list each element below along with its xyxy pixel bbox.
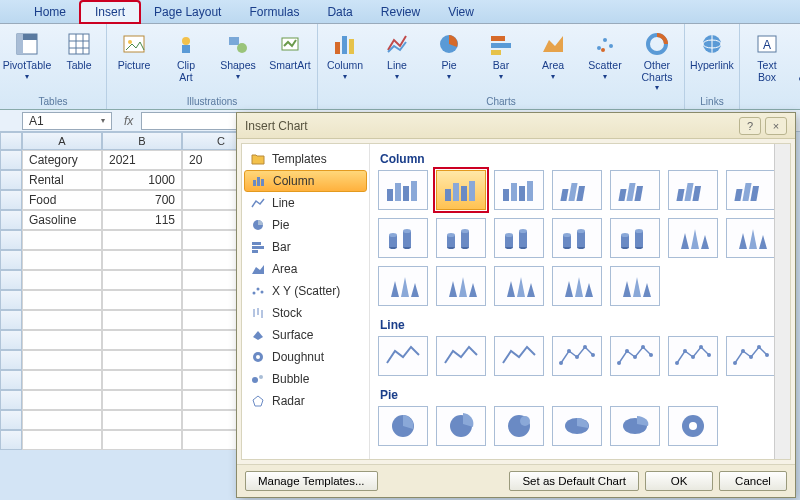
chart-subtype-thumb[interactable] xyxy=(494,170,544,210)
cell[interactable] xyxy=(22,310,102,330)
cell[interactable]: 700 xyxy=(102,190,182,210)
row-header[interactable] xyxy=(0,310,22,330)
cell[interactable] xyxy=(102,410,182,430)
chart-type-area[interactable]: Area xyxy=(242,258,369,280)
chart-type-surface[interactable]: Surface xyxy=(242,324,369,346)
pivottable-button[interactable]: PivotTable▾ xyxy=(4,26,50,81)
row-header[interactable] xyxy=(0,270,22,290)
cell[interactable] xyxy=(22,250,102,270)
cell[interactable]: 2021 xyxy=(102,150,182,170)
tab-review[interactable]: Review xyxy=(367,2,434,23)
tab-data[interactable]: Data xyxy=(313,2,366,23)
col-header-b[interactable]: B xyxy=(102,132,182,150)
cell[interactable] xyxy=(102,390,182,410)
tab-view[interactable]: View xyxy=(434,2,488,23)
select-all-corner[interactable] xyxy=(0,132,22,150)
row-header[interactable] xyxy=(0,170,22,190)
row-header[interactable] xyxy=(0,390,22,410)
cell[interactable] xyxy=(102,290,182,310)
cell[interactable] xyxy=(22,370,102,390)
cell[interactable] xyxy=(22,330,102,350)
dialog-titlebar[interactable]: Insert Chart ? × xyxy=(237,113,795,139)
help-button[interactable]: ? xyxy=(739,117,761,135)
cell[interactable] xyxy=(22,270,102,290)
gallery-scrollbar[interactable] xyxy=(774,144,790,459)
chart-subtype-thumb[interactable] xyxy=(436,336,486,376)
cell[interactable] xyxy=(102,270,182,290)
cell[interactable]: Food xyxy=(22,190,102,210)
row-header[interactable] xyxy=(0,190,22,210)
cell[interactable] xyxy=(22,230,102,250)
textbox-button[interactable]: AText Box xyxy=(744,26,790,83)
chart-type-templates[interactable]: Templates xyxy=(242,148,369,170)
cell[interactable] xyxy=(102,250,182,270)
name-box[interactable]: A1▾ xyxy=(22,112,112,130)
cell[interactable] xyxy=(102,330,182,350)
cell[interactable]: 1000 xyxy=(102,170,182,190)
cell[interactable]: Gasoline xyxy=(22,210,102,230)
row-header[interactable] xyxy=(0,210,22,230)
chart-subtype-thumb[interactable] xyxy=(668,336,718,376)
chart-subtype-thumb[interactable] xyxy=(436,406,486,446)
headerfooter-button[interactable]: Header & Footer xyxy=(796,26,800,83)
tab-formulas[interactable]: Formulas xyxy=(235,2,313,23)
chart-subtype-thumb[interactable] xyxy=(610,218,660,258)
row-header[interactable] xyxy=(0,290,22,310)
line-chart-button[interactable]: Line▾ xyxy=(374,26,420,81)
chart-type-bubble[interactable]: Bubble xyxy=(242,368,369,390)
cell[interactable] xyxy=(22,390,102,410)
chart-subtype-thumb[interactable] xyxy=(494,266,544,306)
cell[interactable]: 115 xyxy=(102,210,182,230)
row-header[interactable] xyxy=(0,330,22,350)
chart-subtype-thumb[interactable] xyxy=(494,406,544,446)
cell[interactable] xyxy=(22,410,102,430)
row-header[interactable] xyxy=(0,250,22,270)
picture-button[interactable]: Picture xyxy=(111,26,157,72)
chart-subtype-thumb[interactable] xyxy=(378,170,428,210)
chart-type-bar[interactable]: Bar xyxy=(242,236,369,258)
tab-home[interactable]: Home xyxy=(20,2,80,23)
chart-type-doughnut[interactable]: Doughnut xyxy=(242,346,369,368)
cell[interactable] xyxy=(102,430,182,450)
area-chart-button[interactable]: Area▾ xyxy=(530,26,576,81)
chart-subtype-thumb[interactable] xyxy=(610,336,660,376)
shapes-button[interactable]: Shapes▾ xyxy=(215,26,261,81)
chart-type-x-y-scatter-[interactable]: X Y (Scatter) xyxy=(242,280,369,302)
cell[interactable] xyxy=(102,230,182,250)
manage-templates-button[interactable]: Manage Templates... xyxy=(245,471,378,491)
chart-subtype-thumb[interactable] xyxy=(552,218,602,258)
pie-chart-button[interactable]: Pie▾ xyxy=(426,26,472,81)
set-default-chart-button[interactable]: Set as Default Chart xyxy=(509,471,639,491)
chart-subtype-thumb[interactable] xyxy=(610,170,660,210)
chart-subtype-thumb[interactable] xyxy=(378,266,428,306)
chart-subtype-thumb[interactable] xyxy=(494,336,544,376)
bar-chart-button[interactable]: Bar▾ xyxy=(478,26,524,81)
cell[interactable] xyxy=(102,370,182,390)
chart-subtype-thumb[interactable] xyxy=(552,170,602,210)
cell[interactable] xyxy=(102,350,182,370)
cancel-button[interactable]: Cancel xyxy=(719,471,787,491)
smartart-button[interactable]: SmartArt xyxy=(267,26,313,72)
row-header[interactable] xyxy=(0,430,22,450)
cell[interactable] xyxy=(22,350,102,370)
cell[interactable] xyxy=(102,310,182,330)
row-header[interactable] xyxy=(0,370,22,390)
chart-type-pie[interactable]: Pie xyxy=(242,214,369,236)
chart-type-line[interactable]: Line xyxy=(242,192,369,214)
col-header-a[interactable]: A xyxy=(22,132,102,150)
other-charts-button[interactable]: Other Charts▾ xyxy=(634,26,680,92)
row-header[interactable] xyxy=(0,150,22,170)
chart-subtype-thumb[interactable] xyxy=(668,218,718,258)
clipart-button[interactable]: Clip Art xyxy=(163,26,209,83)
cell[interactable]: Rental xyxy=(22,170,102,190)
row-header[interactable] xyxy=(0,410,22,430)
chart-subtype-thumb[interactable] xyxy=(552,336,602,376)
chart-subtype-thumb[interactable] xyxy=(726,218,776,258)
chart-subtype-thumb[interactable] xyxy=(436,266,486,306)
chart-subtype-thumb[interactable] xyxy=(436,218,486,258)
chart-subtype-thumb[interactable] xyxy=(378,218,428,258)
tab-insert[interactable]: Insert xyxy=(80,1,140,23)
chart-subtype-thumb[interactable] xyxy=(552,266,602,306)
cell[interactable]: Category xyxy=(22,150,102,170)
column-chart-button[interactable]: Column▾ xyxy=(322,26,368,81)
